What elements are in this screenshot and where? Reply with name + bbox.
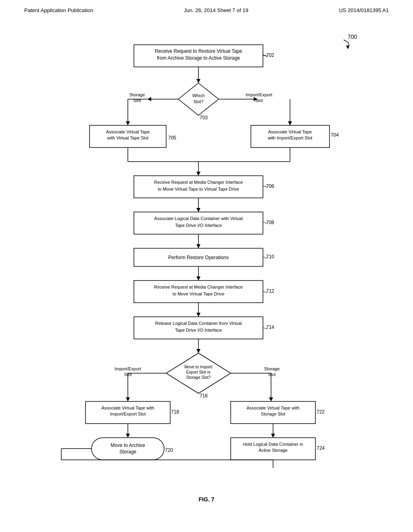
header-center: Jun. 26, 2014 Sheet 7 of 19 xyxy=(184,7,248,13)
svg-text:706: 706 xyxy=(266,183,274,189)
svg-marker-75 xyxy=(126,434,130,438)
svg-text:Associate Logical Data Contain: Associate Logical Data Container with Vi… xyxy=(154,216,242,221)
diagram-number: 700 xyxy=(348,33,357,40)
svg-text:Associate Virtual Tape: Associate Virtual Tape xyxy=(106,129,150,134)
svg-text:with Virtual Tape Slot: with Virtual Tape Slot xyxy=(107,135,148,140)
svg-text:to Move Virtual Tape to Virtua: to Move Virtual Tape to Virtual Tape Dri… xyxy=(158,187,239,191)
svg-text:Storage: Storage xyxy=(129,92,145,97)
flowchart-svg: 700 Receive Request to Restore Virtual T… xyxy=(25,17,388,492)
svg-text:Associate Virtual Tape with: Associate Virtual Tape with xyxy=(101,405,154,410)
svg-text:from Archive Storage to Active: from Archive Storage to Active Storage xyxy=(157,55,240,61)
svg-marker-70 xyxy=(269,397,273,401)
svg-text:703: 703 xyxy=(200,115,208,121)
svg-text:to Move Virtual Tape Drive: to Move Virtual Tape Drive xyxy=(173,291,225,296)
svg-text:Storage: Storage xyxy=(119,449,136,455)
svg-text:Slot: Slot xyxy=(268,372,276,377)
svg-marker-17 xyxy=(126,121,130,125)
svg-text:Release Logical Data Container: Release Logical Data Container from Virt… xyxy=(155,321,242,326)
svg-text:Tape Drive I/O Interface: Tape Drive I/O Interface xyxy=(175,328,222,332)
svg-text:Import/Export: Import/Export xyxy=(246,92,272,97)
svg-text:705: 705 xyxy=(168,135,176,141)
svg-marker-53 xyxy=(196,349,200,353)
svg-text:Receive Request at Media Chang: Receive Request at Media Changer Interfa… xyxy=(154,180,243,185)
svg-text:Associate Virtual Tape with: Associate Virtual Tape with xyxy=(246,405,299,410)
svg-text:Hold Logical Data Container in: Hold Logical Data Container in xyxy=(243,442,303,447)
svg-text:714: 714 xyxy=(266,324,274,330)
svg-text:710: 710 xyxy=(266,254,274,260)
header-left: Patent Application Publication xyxy=(24,7,93,13)
svg-marker-3 xyxy=(196,79,200,83)
svg-text:704: 704 xyxy=(331,132,339,138)
svg-text:Slot: Slot xyxy=(133,98,141,103)
svg-text:Storage Slot: Storage Slot xyxy=(261,411,286,416)
svg-text:Which: Which xyxy=(192,93,205,98)
svg-marker-11 xyxy=(147,97,151,101)
svg-marker-39 xyxy=(196,244,200,248)
page-header: Patent Application Publication Jun. 26, … xyxy=(0,0,413,17)
svg-text:Slot?: Slot? xyxy=(193,99,203,104)
svg-marker-23 xyxy=(288,121,292,125)
svg-text:with Import/Export Slot: with Import/Export Slot xyxy=(267,135,313,140)
svg-text:Move to Import/: Move to Import/ xyxy=(184,365,213,369)
svg-text:712: 712 xyxy=(266,288,274,294)
svg-text:716: 716 xyxy=(200,393,208,399)
svg-marker-80 xyxy=(271,434,275,438)
svg-text:Receive Request to Restore Vir: Receive Request to Restore Virtual Tape xyxy=(155,48,242,54)
svg-text:722: 722 xyxy=(317,409,325,415)
svg-text:702: 702 xyxy=(266,52,274,58)
svg-marker-64 xyxy=(126,397,130,401)
svg-text:Associate Virtual Tape: Associate Virtual Tape xyxy=(268,129,312,134)
svg-text:Perform Restore Operations: Perform Restore Operations xyxy=(168,255,229,260)
svg-marker-48 xyxy=(196,313,200,317)
svg-text:Export Slot or: Export Slot or xyxy=(186,370,211,374)
svg-text:Move to Archive: Move to Archive xyxy=(111,443,145,448)
svg-marker-29 xyxy=(196,172,200,176)
header-right: US 2014/0181395 A1 xyxy=(339,7,389,13)
svg-text:Import/Export Slot: Import/Export Slot xyxy=(110,411,146,416)
svg-marker-34 xyxy=(196,208,200,212)
svg-marker-43 xyxy=(196,276,200,281)
svg-text:724: 724 xyxy=(317,445,325,451)
svg-text:Receive Request at Media Chang: Receive Request at Media Changer Interfa… xyxy=(154,285,243,289)
svg-text:720: 720 xyxy=(165,447,173,453)
svg-text:Storage Slot?: Storage Slot? xyxy=(186,375,211,380)
svg-text:Import/Export: Import/Export xyxy=(115,366,141,371)
svg-text:Storage: Storage xyxy=(264,366,280,371)
svg-text:Tape Drive I/O Interface: Tape Drive I/O Interface xyxy=(175,223,222,228)
svg-text:Active Storage: Active Storage xyxy=(259,448,288,453)
figure-caption: FIG. 7 xyxy=(0,496,413,503)
svg-text:718: 718 xyxy=(171,409,179,415)
diagram-area: 700 Receive Request to Restore Virtual T… xyxy=(0,17,413,492)
svg-text:708: 708 xyxy=(266,220,274,225)
